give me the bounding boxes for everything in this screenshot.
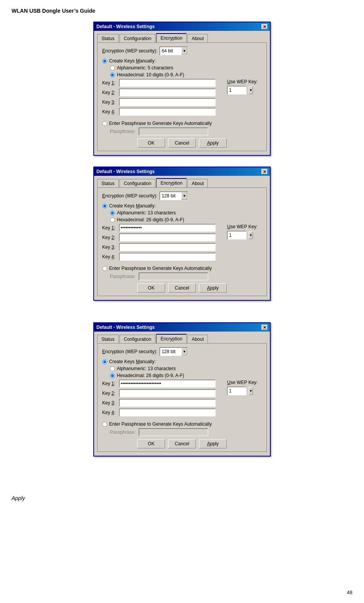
dialog-wrapper-1: Default - Wireless Settings ✕ Status Con…	[12, 22, 352, 156]
use-wep-arrow-2[interactable]: ▼	[249, 231, 253, 239]
hexadecimal-radio-input-3[interactable]	[110, 373, 115, 378]
tab-configuration-2[interactable]: Configuration	[120, 179, 155, 187]
cancel-button-3[interactable]: Cancel	[168, 439, 196, 448]
key-row-3-3: Key 3:	[102, 399, 216, 407]
ok-button-1[interactable]: OK	[137, 138, 165, 148]
passphrase-label-1: Passphrase:	[110, 129, 136, 134]
key-row-1-2: Key 2:	[102, 89, 216, 96]
key-input-1-1[interactable]	[119, 79, 216, 87]
encryption-arrow-3[interactable]: ▼	[181, 348, 187, 355]
alphanumeric-label-2: Alphanumeric: 13 characters	[117, 210, 176, 216]
key-input-3-4[interactable]	[119, 409, 216, 416]
tab-about-3[interactable]: About	[187, 335, 208, 343]
close-button-2[interactable]: ✕	[261, 169, 268, 174]
key-input-3-2[interactable]	[119, 389, 216, 397]
sub-radio-group-1: Alphanumeric: 5 characters Hexadecimal: …	[102, 65, 262, 77]
tab-configuration-3[interactable]: Configuration	[120, 335, 155, 343]
alphanumeric-radio-1[interactable]: Alphanumeric: 5 characters	[110, 65, 262, 71]
key-input-3-1[interactable]	[119, 380, 216, 387]
passphrase-row-2: Passphrase:	[102, 273, 262, 280]
tab-status-3[interactable]: Status	[97, 335, 119, 343]
sub-radio-group-2: Alphanumeric: 13 characters Hexadecimal:…	[102, 210, 262, 222]
encryption-select-2[interactable]: 128 bit ▼	[160, 192, 188, 200]
encryption-arrow-2[interactable]: ▼	[181, 192, 187, 200]
buttons-row-2: OK Cancel Apply	[102, 283, 262, 293]
passphrase-radio-2[interactable]: Enter Passphrase to Generate Keys Automa…	[102, 266, 262, 271]
ok-button-3[interactable]: OK	[137, 439, 165, 448]
key-input-1-4[interactable]	[119, 108, 216, 116]
tab-status-2[interactable]: Status	[97, 179, 119, 187]
key-input-1-2[interactable]	[119, 89, 216, 96]
key-input-1-3[interactable]	[119, 98, 216, 106]
create-keys-label-2: Create Keys Manually:	[109, 203, 156, 209]
create-keys-radio-3[interactable]: Create Keys Manually:	[102, 359, 262, 364]
encryption-select-3[interactable]: 128 bit ▼	[160, 347, 188, 356]
ok-button-2[interactable]: OK	[137, 283, 165, 293]
use-wep-select-2[interactable]: 1 ▼	[227, 231, 246, 239]
keys-left-3: Key 1: Key 2: Key 3: Key 4:	[102, 380, 216, 418]
key-label-2-2: Key 2:	[102, 235, 117, 240]
key-row-1-1: Key 1:	[102, 79, 216, 87]
buttons-row-3: OK Cancel Apply	[102, 439, 262, 448]
use-wep-arrow-3[interactable]: ▼	[249, 387, 253, 395]
keys-left-2: Key 1: Key 2: Key 3: Key 4:	[102, 224, 216, 263]
alphanumeric-radio-input-2[interactable]	[110, 211, 115, 216]
create-keys-radio-1[interactable]: Create Keys Manually:	[102, 58, 262, 64]
dialog-1: Default - Wireless Settings ✕ Status Con…	[93, 22, 271, 156]
alphanumeric-radio-input-3[interactable]	[110, 366, 115, 371]
key-label-1-2: Key 2:	[102, 90, 117, 95]
use-wep-arrow-1[interactable]: ▼	[249, 86, 253, 94]
keys-right-2: Use WEP Key: 1 ▼	[227, 224, 262, 263]
key-row-1-3: Key 3:	[102, 98, 216, 106]
keys-area-3: Key 1: Key 2: Key 3: Key 4:	[102, 380, 262, 418]
create-keys-radio-2[interactable]: Create Keys Manually:	[102, 203, 262, 209]
key-input-2-2[interactable]	[119, 234, 216, 241]
use-wep-select-1[interactable]: 1 ▼	[227, 86, 246, 94]
tab-status-1[interactable]: Status	[97, 34, 119, 42]
key-label-3-1: Key 1:	[102, 381, 117, 386]
apply-button-3[interactable]: Apply	[199, 439, 227, 448]
alphanumeric-label-3: Alphanumeric: 13 characters	[117, 366, 176, 371]
apply-button-2[interactable]: Apply	[199, 283, 227, 293]
encryption-select-1[interactable]: 64 bit ▼	[160, 47, 188, 55]
hexadecimal-radio-3[interactable]: Hexadecimal: 26 digits (0-9, A-F)	[110, 373, 262, 378]
tab-encryption-3[interactable]: Encryption	[156, 334, 187, 343]
use-wep-select-3[interactable]: 1 ▼	[227, 387, 246, 395]
key-input-2-3[interactable]	[119, 243, 216, 251]
passphrase-radio-input-3[interactable]	[102, 422, 107, 427]
key-input-2-1[interactable]	[119, 224, 216, 232]
tab-about-1[interactable]: About	[187, 34, 208, 42]
alphanumeric-radio-3[interactable]: Alphanumeric: 13 characters	[110, 366, 262, 371]
encryption-arrow-1[interactable]: ▼	[181, 47, 187, 55]
tabs-row-1: Status Configuration Encryption About	[97, 33, 267, 42]
create-keys-radio-input-1[interactable]	[102, 59, 107, 64]
tabs-row-2: Status Configuration Encryption About	[97, 178, 267, 187]
cancel-button-1[interactable]: Cancel	[168, 138, 196, 148]
key-label-1-3: Key 3:	[102, 99, 117, 105]
passphrase-radio-3[interactable]: Enter Passphrase to Generate Keys Automa…	[102, 421, 262, 427]
close-button-3[interactable]: ✕	[261, 325, 268, 330]
create-keys-radio-input-3[interactable]	[102, 359, 107, 364]
tab-encryption-1[interactable]: Encryption	[156, 33, 187, 42]
tab-about-2[interactable]: About	[187, 179, 208, 187]
passphrase-radio-1[interactable]: Enter Passphrase to Generate Keys Automa…	[102, 121, 262, 126]
alphanumeric-radio-input-1[interactable]	[110, 66, 115, 71]
cancel-button-2[interactable]: Cancel	[168, 283, 196, 293]
apply-button-1[interactable]: Apply	[199, 138, 227, 148]
tab-encryption-2[interactable]: Encryption	[156, 178, 187, 187]
use-wep-label-2: Use WEP Key:	[227, 224, 262, 229]
use-wep-label-3: Use WEP Key:	[227, 380, 262, 385]
hexadecimal-radio-1[interactable]: Hexadecimal: 10 digits (0-9, A-F)	[110, 72, 262, 77]
close-button-1[interactable]: ✕	[261, 24, 268, 29]
passphrase-radio-input-1[interactable]	[102, 121, 107, 126]
create-keys-radio-input-2[interactable]	[102, 204, 107, 209]
hexadecimal-radio-input-2[interactable]	[110, 217, 115, 222]
key-input-2-4[interactable]	[119, 253, 216, 261]
key-input-3-3[interactable]	[119, 399, 216, 407]
encryption-label-2: Encryption (WEP security):	[102, 193, 157, 199]
passphrase-radio-input-2[interactable]	[102, 266, 107, 271]
hexadecimal-radio-2[interactable]: Hexadecimal: 26 digits (0-9, A-F)	[110, 217, 262, 222]
alphanumeric-radio-2[interactable]: Alphanumeric: 13 characters	[110, 210, 262, 216]
hexadecimal-radio-input-1[interactable]	[110, 72, 115, 77]
tab-configuration-1[interactable]: Configuration	[120, 34, 155, 42]
